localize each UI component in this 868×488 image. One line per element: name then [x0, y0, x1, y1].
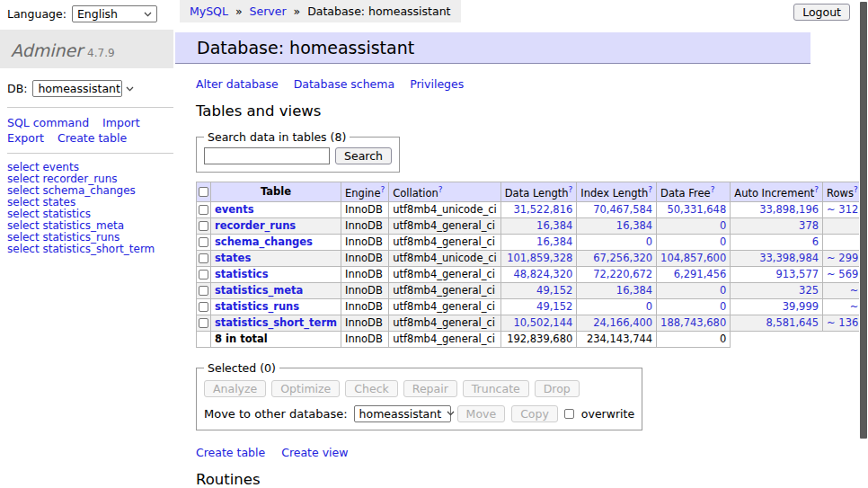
- move-database-select[interactable]: homeassistant: [354, 405, 451, 422]
- nav-link-database-schema[interactable]: Database schema: [294, 77, 394, 91]
- truncate-button[interactable]: Truncate: [463, 380, 529, 397]
- row-checkbox[interactable]: [199, 286, 208, 296]
- sidebar-table-link[interactable]: recorder_runs: [42, 173, 117, 185]
- select-link[interactable]: select: [7, 184, 40, 197]
- select-all-checkbox[interactable]: [199, 187, 208, 197]
- row-checkbox[interactable]: [199, 205, 208, 215]
- index-length-cell[interactable]: 0: [577, 298, 657, 315]
- data-free-cell[interactable]: 0: [657, 234, 731, 250]
- data-length-cell[interactable]: 49,152: [500, 282, 577, 298]
- data-free-cell[interactable]: 6,291,456: [657, 266, 731, 282]
- index-length-cell[interactable]: 16,384: [577, 282, 657, 298]
- help-link[interactable]: ?: [711, 185, 715, 194]
- table-name-link[interactable]: statistics_meta: [215, 284, 303, 297]
- data-length-cell[interactable]: 48,824,320: [500, 266, 577, 282]
- drop-button[interactable]: Drop: [535, 380, 580, 397]
- row-checkbox[interactable]: [199, 318, 208, 328]
- help-link[interactable]: ?: [854, 185, 858, 194]
- table-name-link[interactable]: schema_changes: [215, 235, 313, 248]
- adminer-brand-link[interactable]: Adminer: [11, 40, 83, 60]
- help-link[interactable]: ?: [569, 185, 573, 194]
- language-select[interactable]: English: [72, 5, 157, 22]
- row-checkbox[interactable]: [199, 302, 208, 312]
- auto-increment-cell[interactable]: 378: [731, 217, 823, 234]
- nav-link-privileges[interactable]: Privileges: [410, 77, 464, 91]
- data-free-cell[interactable]: 50,331,648: [657, 201, 731, 217]
- row-checkbox[interactable]: [199, 237, 208, 247]
- select-link[interactable]: select: [7, 208, 40, 220]
- table-name-link[interactable]: statistics_runs: [215, 300, 299, 313]
- table-name-link[interactable]: statistics: [215, 268, 269, 280]
- help-link[interactable]: ?: [438, 185, 443, 194]
- index-length-cell[interactable]: 70,467,584: [577, 201, 657, 217]
- select-link[interactable]: select: [7, 243, 40, 255]
- table-name-link[interactable]: statistics_short_term: [215, 316, 337, 329]
- table-name-link[interactable]: recorder_runs: [215, 219, 296, 232]
- create-view-link[interactable]: Create view: [281, 446, 348, 459]
- breadcrumb-server-link[interactable]: Server: [250, 4, 287, 18]
- data-length-cell[interactable]: 49,152: [500, 298, 577, 315]
- sidebar-table-link[interactable]: statistics: [42, 208, 91, 220]
- check-button[interactable]: Check: [345, 380, 397, 397]
- auto-increment-cell[interactable]: 6: [731, 234, 823, 250]
- auto-increment-cell[interactable]: 39,999: [731, 298, 823, 315]
- analyze-button[interactable]: Analyze: [204, 380, 266, 397]
- sidebar-link-import[interactable]: Import: [102, 116, 140, 129]
- select-link[interactable]: select: [7, 231, 40, 244]
- overwrite-checkbox[interactable]: [564, 409, 574, 419]
- select-link[interactable]: select: [7, 161, 40, 173]
- create-table-link[interactable]: Create table: [196, 446, 265, 459]
- select-link[interactable]: select: [7, 173, 40, 185]
- move-button[interactable]: Move: [457, 405, 506, 422]
- nav-link-alter-database[interactable]: Alter database: [196, 77, 279, 91]
- vertical-scrollbar[interactable]: [859, 0, 868, 488]
- sidebar-table-link[interactable]: schema_changes: [42, 184, 135, 197]
- row-checkbox[interactable]: [199, 270, 208, 279]
- auto-increment-cell[interactable]: 8,581,645: [731, 315, 823, 331]
- sidebar-table-link[interactable]: events: [42, 161, 78, 173]
- sidebar-link-sql-command[interactable]: SQL command: [7, 116, 89, 129]
- data-length-cell[interactable]: 16,384: [500, 217, 577, 234]
- index-length-cell[interactable]: 24,166,400: [577, 315, 657, 331]
- table-name-link[interactable]: events: [215, 203, 254, 216]
- sidebar-table-link[interactable]: statistics_short_term: [42, 243, 155, 255]
- select-link[interactable]: select: [7, 196, 40, 209]
- auto-increment-cell[interactable]: 325: [731, 282, 823, 298]
- sidebar-link-create-table[interactable]: Create table: [58, 131, 127, 145]
- help-link[interactable]: ?: [648, 185, 652, 194]
- db-select[interactable]: homeassistant: [32, 80, 122, 97]
- auto-increment-cell[interactable]: 33,398,984: [731, 250, 823, 266]
- sidebar-table-link[interactable]: states: [42, 196, 75, 209]
- breadcrumb-mysql-link[interactable]: MySQL: [190, 4, 228, 18]
- copy-button[interactable]: Copy: [511, 405, 558, 422]
- data-length-cell[interactable]: 101,859,328: [500, 250, 577, 266]
- auto-increment-cell[interactable]: 33,898,196: [731, 201, 823, 217]
- scrollbar-thumb[interactable]: [860, 2, 867, 439]
- data-length-cell[interactable]: 31,522,816: [500, 201, 577, 217]
- search-input[interactable]: [204, 147, 330, 164]
- row-checkbox[interactable]: [199, 221, 208, 231]
- data-length-cell[interactable]: 10,502,144: [500, 315, 577, 331]
- sidebar-table-link[interactable]: statistics_meta: [42, 219, 124, 232]
- logout-button[interactable]: Logout: [793, 4, 850, 21]
- row-checkbox[interactable]: [199, 253, 208, 263]
- help-link[interactable]: ?: [380, 185, 385, 194]
- sidebar-link-export[interactable]: Export: [7, 131, 44, 145]
- index-length-cell[interactable]: 72,220,672: [577, 266, 657, 282]
- data-free-cell[interactable]: 0: [657, 217, 731, 234]
- data-free-cell[interactable]: 188,743,680: [657, 315, 731, 331]
- sidebar-table-link[interactable]: statistics_runs: [42, 231, 120, 244]
- repair-button[interactable]: Repair: [403, 380, 457, 397]
- index-length-cell[interactable]: 0: [577, 234, 657, 250]
- index-length-cell[interactable]: 67,256,320: [577, 250, 657, 266]
- optimize-button[interactable]: Optimize: [271, 380, 340, 397]
- select-link[interactable]: select: [7, 219, 40, 232]
- auto-increment-cell[interactable]: 913,577: [731, 266, 823, 282]
- index-length-cell[interactable]: 16,384: [577, 217, 657, 234]
- data-length-cell[interactable]: 16,384: [500, 234, 577, 250]
- help-link[interactable]: ?: [814, 185, 819, 194]
- data-free-cell[interactable]: 0: [657, 298, 731, 315]
- data-free-cell[interactable]: 104,857,600: [657, 250, 731, 266]
- data-free-cell[interactable]: 0: [657, 282, 731, 298]
- table-name-link[interactable]: states: [215, 252, 251, 264]
